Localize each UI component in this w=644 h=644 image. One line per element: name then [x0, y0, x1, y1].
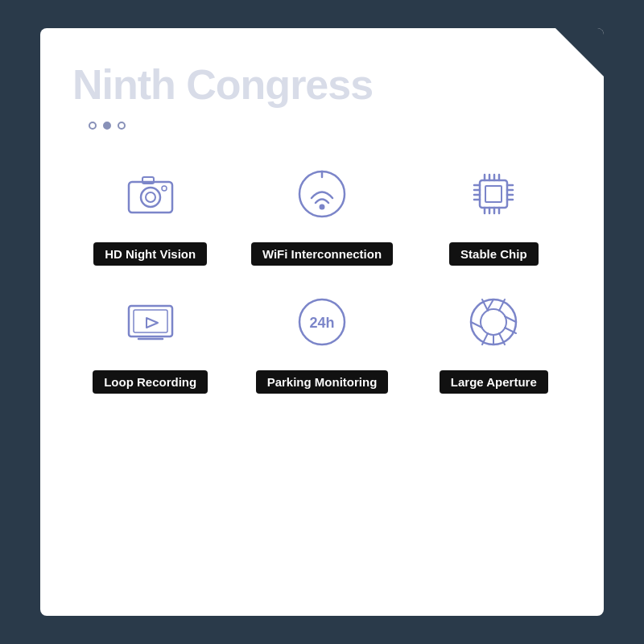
feature-wifi-interconnection: WiFi Interconnection [244, 162, 399, 266]
feature-stable-chip: Stable Chip [416, 162, 572, 266]
dot-3[interactable] [118, 122, 126, 130]
label-parking-monitoring: Parking Monitoring [256, 370, 389, 394]
dot-1[interactable] [89, 122, 97, 130]
svg-rect-8 [480, 180, 507, 208]
feature-hd-night-vision: HD Night Vision [72, 162, 228, 266]
chip-icon [461, 162, 526, 226]
svg-point-5 [299, 171, 345, 217]
page-card: Ninth Congress HD Night Vi [40, 28, 604, 616]
features-grid: HD Night Vision WiFi Interconnection [72, 162, 572, 394]
video-icon [118, 290, 183, 354]
dot-2[interactable] [103, 122, 111, 130]
feature-large-aperture: Large Aperture [416, 290, 572, 394]
camera-icon [118, 162, 183, 226]
svg-rect-9 [485, 186, 502, 202]
label-stable-chip: Stable Chip [449, 242, 539, 266]
svg-point-6 [320, 205, 324, 209]
svg-point-4 [162, 186, 167, 191]
label-large-aperture: Large Aperture [440, 370, 548, 394]
wifi-icon [290, 162, 354, 226]
24h-icon: 24h [290, 290, 354, 354]
feature-parking-monitoring: 24h Parking Monitoring [244, 290, 399, 394]
svg-point-1 [141, 188, 160, 207]
carousel-dots [89, 122, 126, 130]
svg-point-2 [146, 192, 155, 202]
label-wifi-interconnection: WiFi Interconnection [251, 242, 393, 266]
feature-loop-recording: Loop Recording [72, 290, 228, 394]
svg-text:24h: 24h [309, 315, 334, 331]
svg-marker-28 [147, 318, 158, 328]
svg-rect-27 [134, 310, 167, 332]
label-hd-night-vision: HD Night Vision [93, 242, 207, 266]
svg-point-33 [481, 309, 506, 335]
label-loop-recording: Loop Recording [93, 370, 208, 394]
aperture-icon [461, 290, 526, 354]
page-title: Ninth Congress [72, 60, 572, 109]
